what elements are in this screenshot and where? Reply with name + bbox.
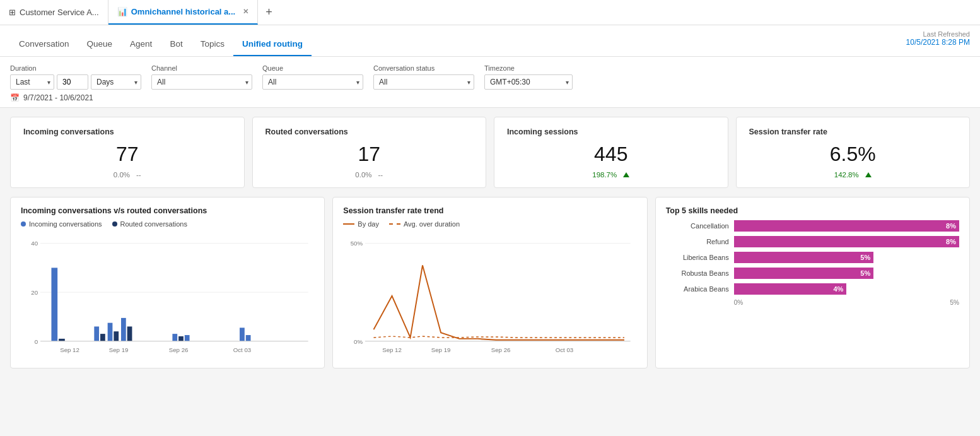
legend-line-solid: [343, 223, 354, 225]
queue-select[interactable]: All: [262, 74, 363, 90]
last-refreshed: Last Refreshed 10/5/2021 8:28 PM: [906, 30, 970, 47]
legend-dot-incoming: [21, 221, 26, 227]
svg-text:0: 0: [35, 338, 38, 345]
legend-avg-duration: Avg. over duration: [389, 220, 460, 228]
bar-chart-legend: Incoming conversations Routed conversati…: [21, 220, 314, 228]
legend-incoming-label: Incoming conversations: [29, 220, 102, 228]
kpi-routed-conversations-title: Routed conversations: [265, 127, 474, 136]
skill-bar-arabica: 4%: [734, 283, 847, 295]
kpi-incoming-conversations-title: Incoming conversations: [23, 127, 231, 136]
svg-rect-12: [172, 334, 177, 341]
svg-text:20: 20: [31, 289, 38, 296]
kpi-session-transfer-rate: Session transfer rate 6.5% 142.8%: [736, 117, 971, 188]
svg-rect-8: [108, 323, 113, 341]
duration-preset-select[interactable]: Last This: [10, 74, 54, 90]
skill-row-refund: Refund 8%: [666, 236, 959, 247]
timezone-filter: Timezone GMT+05:30: [484, 64, 573, 90]
skills-x-tick-0: 0%: [734, 299, 743, 306]
tab-bar: ⊞ Customer Service A... 📊 Omnichannel hi…: [0, 0, 980, 25]
skill-value-liberica: 5%: [860, 254, 870, 261]
skill-row-arabica: Arabica Beans 4%: [666, 283, 959, 295]
skill-bar-container-robusta: 5%: [734, 268, 959, 279]
tab-customer-service-label: Customer Service A...: [20, 8, 99, 17]
svg-text:40: 40: [31, 240, 38, 247]
nav-agent[interactable]: Agent: [121, 39, 161, 56]
conversation-status-select[interactable]: All: [373, 74, 474, 90]
skill-row-cancellation: Cancellation 8%: [666, 220, 959, 232]
skills-x-tick-5: 5%: [950, 299, 959, 306]
skill-value-arabica: 4%: [833, 285, 843, 293]
svg-rect-6: [94, 326, 99, 341]
timezone-select[interactable]: GMT+05:30: [484, 74, 573, 90]
kpi-incoming-conversations: Incoming conversations 77 0.0% --: [10, 117, 245, 188]
close-icon[interactable]: ✕: [243, 8, 248, 16]
kpi-incoming-sessions-footer: 198.7%: [507, 171, 715, 179]
svg-text:Oct 03: Oct 03: [233, 346, 252, 353]
trend-up-icon-2: [865, 172, 872, 177]
nav-queue[interactable]: Queue: [78, 39, 122, 56]
skills-chart-card: Top 5 skills needed Cancellation 8% Refu…: [655, 197, 970, 368]
kpi-session-transfer-rate-title: Session transfer rate: [749, 127, 957, 136]
tab-customer-service[interactable]: ⊞ Customer Service A...: [0, 0, 108, 25]
legend-avg-label: Avg. over duration: [404, 220, 460, 228]
kpi-incoming-conversations-pct: 0.0%: [114, 171, 130, 179]
svg-text:Sep 19: Sep 19: [431, 346, 451, 353]
duration-filter: Duration Last This Days Weeks Months: [10, 64, 141, 90]
trend-up-icon: [623, 172, 629, 177]
line-chart-title: Session transfer rate trend: [343, 206, 636, 215]
skill-value-robusta: 5%: [860, 269, 870, 277]
legend-dot-routed: [112, 221, 117, 227]
add-tab-button[interactable]: +: [258, 0, 280, 25]
skill-bar-container-liberica: 5%: [734, 252, 959, 263]
duration-label: Duration: [10, 64, 141, 72]
nav-bot[interactable]: Bot: [161, 39, 191, 56]
skill-label-arabica: Arabica Beans: [666, 285, 729, 293]
last-refreshed-label: Last Refreshed: [906, 30, 970, 38]
chart-icon: 📊: [117, 7, 127, 16]
legend-routed: Routed conversations: [112, 220, 187, 228]
skill-bar-cancellation: 8%: [734, 220, 959, 232]
duration-unit-select[interactable]: Days Weeks Months: [91, 74, 141, 90]
legend-line-dotted: [389, 223, 400, 225]
kpi-routed-dash: --: [378, 171, 383, 179]
svg-text:Sep 12: Sep 12: [60, 346, 79, 353]
date-range-text: 9/7/2021 - 10/6/2021: [23, 93, 93, 102]
skill-bar-liberica: 5%: [734, 252, 874, 263]
legend-routed-label: Routed conversations: [120, 220, 187, 228]
kpi-incoming-sessions: Incoming sessions 445 198.7%: [494, 117, 728, 188]
skill-value-cancellation: 8%: [946, 222, 956, 230]
date-range-row: 📅 9/7/2021 - 10/6/2021: [10, 93, 970, 102]
svg-rect-14: [185, 335, 190, 341]
svg-text:Sep 26: Sep 26: [491, 346, 511, 353]
line-chart-legend: By day Avg. over duration: [343, 220, 636, 228]
skill-label-refund: Refund: [666, 238, 729, 245]
main-content: Incoming conversations 77 0.0% -- Routed…: [0, 108, 980, 377]
bar-routed-1: [59, 339, 65, 341]
kpi-session-transfer-rate-footer: 142.8%: [749, 171, 957, 179]
tab-omnichannel[interactable]: 📊 Omnichannel historical a... ✕: [108, 0, 258, 25]
skill-label-liberica: Liberica Beans: [666, 254, 729, 261]
svg-text:Sep 19: Sep 19: [109, 346, 129, 353]
bar-chart-title: Incoming conversations v/s routed conver…: [21, 206, 314, 215]
kpi-row: Incoming conversations 77 0.0% -- Routed…: [10, 117, 970, 188]
duration-value-input[interactable]: [57, 74, 88, 90]
skill-bar-container-arabica: 4%: [734, 283, 959, 295]
line-chart-svg: 50% 0% Sep 12 Sep 19 Sep 26 Oct 03: [343, 233, 636, 359]
kpi-incoming-conversations-footer: 0.0% --: [23, 171, 231, 179]
kpi-routed-pct: 0.0%: [355, 171, 371, 179]
skill-bar-robusta: 5%: [734, 268, 874, 279]
nav-unified-routing[interactable]: Unified routing: [233, 39, 312, 56]
nav-topics[interactable]: Topics: [192, 39, 233, 56]
bar-incoming-1: [51, 268, 57, 341]
skill-row-robusta: Robusta Beans 5%: [666, 268, 959, 279]
svg-text:Sep 26: Sep 26: [169, 346, 189, 353]
kpi-incoming-conversations-value: 77: [23, 143, 231, 166]
svg-rect-10: [121, 318, 126, 341]
nav-conversation[interactable]: Conversation: [10, 39, 78, 56]
kpi-routed-conversations-footer: 0.0% --: [265, 171, 474, 179]
svg-text:Sep 12: Sep 12: [383, 346, 402, 353]
conversation-status-filter: Conversation status All: [373, 64, 474, 90]
svg-rect-13: [178, 336, 184, 341]
filters-section: Duration Last This Days Weeks Months: [0, 57, 980, 108]
channel-select[interactable]: All: [151, 74, 252, 90]
